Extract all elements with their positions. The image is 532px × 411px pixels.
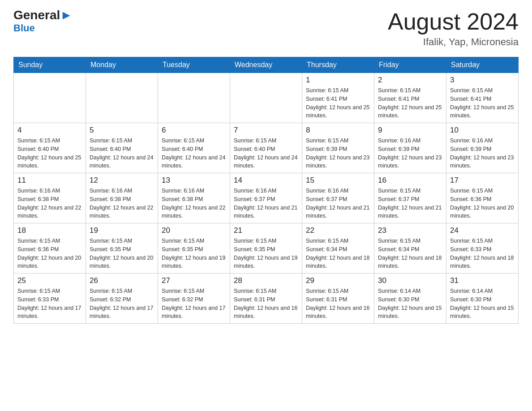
calendar-week-row: 18Sunrise: 6:15 AMSunset: 6:36 PMDayligh… <box>14 223 519 274</box>
logo-triangle-icon: ► <box>60 8 73 22</box>
calendar-cell: 21Sunrise: 6:15 AMSunset: 6:35 PMDayligh… <box>230 223 302 274</box>
calendar-cell: 18Sunrise: 6:15 AMSunset: 6:36 PMDayligh… <box>14 223 86 274</box>
day-info: Sunrise: 6:15 AMSunset: 6:31 PMDaylight:… <box>234 287 298 321</box>
day-number: 2 <box>378 76 442 85</box>
calendar-cell: 22Sunrise: 6:15 AMSunset: 6:34 PMDayligh… <box>302 223 374 274</box>
calendar-cell: 24Sunrise: 6:15 AMSunset: 6:33 PMDayligh… <box>446 223 519 274</box>
calendar-header-row: Sunday Monday Tuesday Wednesday Thursday… <box>14 57 519 73</box>
day-number: 13 <box>162 176 226 185</box>
day-info: Sunrise: 6:15 AMSunset: 6:35 PMDaylight:… <box>162 237 226 270</box>
day-number: 24 <box>450 226 515 235</box>
day-number: 9 <box>378 126 442 135</box>
location-title: Ifalik, Yap, Micronesia <box>388 36 519 48</box>
day-info: Sunrise: 6:16 AMSunset: 6:37 PMDaylight:… <box>234 187 298 220</box>
day-number: 22 <box>306 226 370 235</box>
col-wednesday: Wednesday <box>230 57 302 73</box>
calendar-cell: 7Sunrise: 6:15 AMSunset: 6:40 PMDaylight… <box>230 123 302 173</box>
day-info: Sunrise: 6:14 AMSunset: 6:30 PMDaylight:… <box>450 287 515 321</box>
day-number: 14 <box>234 176 298 185</box>
day-number: 19 <box>90 226 154 235</box>
calendar-cell: 19Sunrise: 6:15 AMSunset: 6:35 PMDayligh… <box>86 223 158 274</box>
day-info: Sunrise: 6:15 AMSunset: 6:41 PMDaylight:… <box>450 86 515 120</box>
col-sunday: Sunday <box>14 57 86 73</box>
calendar-week-row: 11Sunrise: 6:16 AMSunset: 6:38 PMDayligh… <box>14 173 519 223</box>
calendar-cell: 10Sunrise: 6:16 AMSunset: 6:39 PMDayligh… <box>446 123 519 173</box>
calendar-cell: 11Sunrise: 6:16 AMSunset: 6:38 PMDayligh… <box>14 173 86 223</box>
day-number: 21 <box>234 226 298 235</box>
col-tuesday: Tuesday <box>158 57 230 73</box>
day-info: Sunrise: 6:15 AMSunset: 6:36 PMDaylight:… <box>17 237 82 270</box>
calendar-cell: 20Sunrise: 6:15 AMSunset: 6:35 PMDayligh… <box>158 223 230 274</box>
calendar-cell: 17Sunrise: 6:15 AMSunset: 6:36 PMDayligh… <box>446 173 519 223</box>
col-thursday: Thursday <box>302 57 374 73</box>
day-number: 17 <box>450 176 515 185</box>
calendar-cell <box>230 73 302 123</box>
day-number: 10 <box>450 126 515 135</box>
logo: General► Blue <box>13 9 73 34</box>
calendar-cell <box>86 73 158 123</box>
calendar-cell: 15Sunrise: 6:16 AMSunset: 6:37 PMDayligh… <box>302 173 374 223</box>
day-info: Sunrise: 6:16 AMSunset: 6:38 PMDaylight:… <box>162 187 226 220</box>
calendar-cell: 26Sunrise: 6:15 AMSunset: 6:32 PMDayligh… <box>86 274 158 324</box>
day-number: 8 <box>306 126 370 135</box>
calendar-cell: 30Sunrise: 6:14 AMSunset: 6:30 PMDayligh… <box>374 274 446 324</box>
calendar-cell: 5Sunrise: 6:15 AMSunset: 6:40 PMDaylight… <box>86 123 158 173</box>
calendar-cell: 13Sunrise: 6:16 AMSunset: 6:38 PMDayligh… <box>158 173 230 223</box>
day-number: 12 <box>90 176 154 185</box>
day-info: Sunrise: 6:15 AMSunset: 6:32 PMDaylight:… <box>90 287 154 321</box>
day-info: Sunrise: 6:15 AMSunset: 6:36 PMDaylight:… <box>450 187 515 220</box>
day-info: Sunrise: 6:15 AMSunset: 6:32 PMDaylight:… <box>162 287 226 321</box>
calendar-cell: 16Sunrise: 6:15 AMSunset: 6:37 PMDayligh… <box>374 173 446 223</box>
day-number: 25 <box>17 276 82 285</box>
day-number: 16 <box>378 176 442 185</box>
day-number: 28 <box>234 276 298 285</box>
day-info: Sunrise: 6:15 AMSunset: 6:39 PMDaylight:… <box>306 137 370 170</box>
day-number: 29 <box>306 276 370 285</box>
day-info: Sunrise: 6:16 AMSunset: 6:38 PMDaylight:… <box>90 187 154 220</box>
calendar-cell: 27Sunrise: 6:15 AMSunset: 6:32 PMDayligh… <box>158 274 230 324</box>
calendar-week-row: 4Sunrise: 6:15 AMSunset: 6:40 PMDaylight… <box>14 123 519 173</box>
day-info: Sunrise: 6:16 AMSunset: 6:37 PMDaylight:… <box>306 187 370 220</box>
day-info: Sunrise: 6:15 AMSunset: 6:40 PMDaylight:… <box>234 137 298 170</box>
title-block: August 2024 Ifalik, Yap, Micronesia <box>388 9 519 48</box>
calendar-cell: 14Sunrise: 6:16 AMSunset: 6:37 PMDayligh… <box>230 173 302 223</box>
calendar-week-row: 1Sunrise: 6:15 AMSunset: 6:41 PMDaylight… <box>14 73 519 123</box>
day-number: 18 <box>17 226 82 235</box>
day-info: Sunrise: 6:15 AMSunset: 6:35 PMDaylight:… <box>90 237 154 270</box>
calendar-cell: 3Sunrise: 6:15 AMSunset: 6:41 PMDaylight… <box>446 73 519 123</box>
calendar-week-row: 25Sunrise: 6:15 AMSunset: 6:33 PMDayligh… <box>14 274 519 324</box>
calendar-cell <box>158 73 230 123</box>
day-number: 11 <box>17 176 82 185</box>
day-number: 27 <box>162 276 226 285</box>
calendar-table: Sunday Monday Tuesday Wednesday Thursday… <box>13 57 519 324</box>
day-number: 26 <box>90 276 154 285</box>
page-header: General► Blue August 2024 Ifalik, Yap, M… <box>13 9 519 48</box>
calendar-cell: 9Sunrise: 6:16 AMSunset: 6:39 PMDaylight… <box>374 123 446 173</box>
day-info: Sunrise: 6:16 AMSunset: 6:39 PMDaylight:… <box>450 137 515 170</box>
day-info: Sunrise: 6:16 AMSunset: 6:39 PMDaylight:… <box>378 137 442 170</box>
day-info: Sunrise: 6:14 AMSunset: 6:30 PMDaylight:… <box>378 287 442 321</box>
calendar-cell: 6Sunrise: 6:15 AMSunset: 6:40 PMDaylight… <box>158 123 230 173</box>
day-number: 23 <box>378 226 442 235</box>
calendar-cell: 12Sunrise: 6:16 AMSunset: 6:38 PMDayligh… <box>86 173 158 223</box>
calendar-cell: 1Sunrise: 6:15 AMSunset: 6:41 PMDaylight… <box>302 73 374 123</box>
logo-text: General► <box>13 9 73 21</box>
calendar-cell <box>14 73 86 123</box>
calendar-cell: 25Sunrise: 6:15 AMSunset: 6:33 PMDayligh… <box>14 274 86 324</box>
month-title: August 2024 <box>388 9 519 34</box>
day-info: Sunrise: 6:15 AMSunset: 6:40 PMDaylight:… <box>90 137 154 170</box>
calendar-cell: 2Sunrise: 6:15 AMSunset: 6:41 PMDaylight… <box>374 73 446 123</box>
calendar-cell: 8Sunrise: 6:15 AMSunset: 6:39 PMDaylight… <box>302 123 374 173</box>
day-number: 20 <box>162 226 226 235</box>
day-number: 4 <box>17 126 82 135</box>
day-info: Sunrise: 6:15 AMSunset: 6:41 PMDaylight:… <box>306 86 370 120</box>
logo-blue: Blue <box>13 22 35 34</box>
day-info: Sunrise: 6:15 AMSunset: 6:41 PMDaylight:… <box>378 86 442 120</box>
day-info: Sunrise: 6:15 AMSunset: 6:37 PMDaylight:… <box>378 187 442 220</box>
calendar-cell: 23Sunrise: 6:15 AMSunset: 6:34 PMDayligh… <box>374 223 446 274</box>
day-info: Sunrise: 6:15 AMSunset: 6:40 PMDaylight:… <box>162 137 226 170</box>
day-number: 31 <box>450 276 515 285</box>
day-number: 7 <box>234 126 298 135</box>
day-info: Sunrise: 6:15 AMSunset: 6:34 PMDaylight:… <box>378 237 442 270</box>
day-info: Sunrise: 6:15 AMSunset: 6:35 PMDaylight:… <box>234 237 298 270</box>
